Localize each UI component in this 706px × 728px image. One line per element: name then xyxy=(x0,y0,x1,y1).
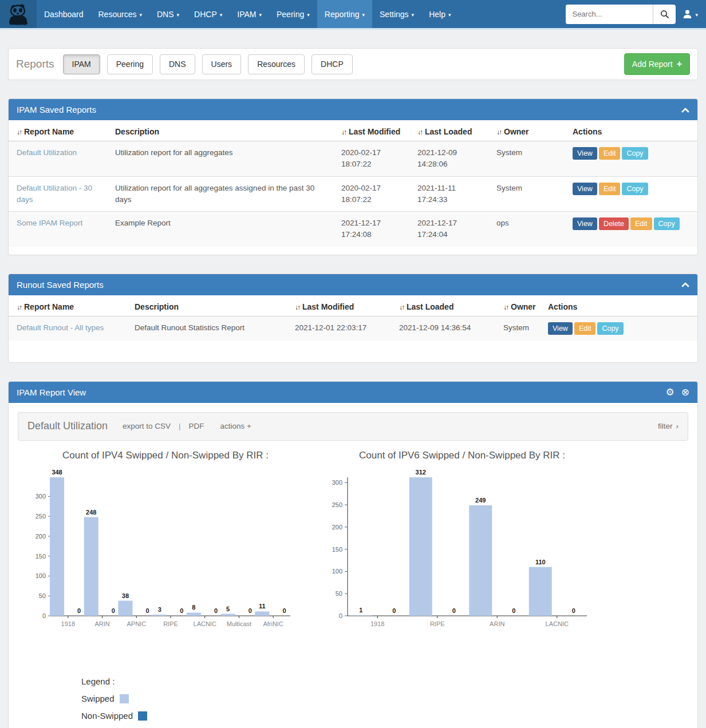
sort-icon: ↓↑ xyxy=(417,128,422,136)
report-name-link[interactable]: Default Runout - All types xyxy=(17,323,104,332)
copy-button[interactable]: Copy xyxy=(622,147,648,160)
actions-menu-link[interactable]: actions + xyxy=(220,422,251,430)
tab-users[interactable]: Users xyxy=(202,54,242,74)
runout-saved-reports-panel: Runout Saved Reports ↓↑Report NameDescri… xyxy=(8,274,698,363)
svg-text:1918: 1918 xyxy=(370,620,384,627)
svg-text:250: 250 xyxy=(332,501,342,508)
collapse-chevron-up-icon[interactable] xyxy=(681,107,689,113)
copy-button[interactable]: Copy xyxy=(622,183,648,195)
column-header-description: Description xyxy=(130,295,290,316)
column-header-owner[interactable]: ↓↑Owner xyxy=(499,295,543,316)
sort-icon: ↓↑ xyxy=(503,303,508,311)
runout-saved-reports-header: Runout Saved Reports xyxy=(9,274,697,295)
svg-text:0: 0 xyxy=(512,607,515,614)
column-header-owner[interactable]: ↓↑Owner xyxy=(492,120,568,141)
svg-text:ARIN: ARIN xyxy=(94,620,109,627)
cell-description: Utilization report for all aggregates xyxy=(111,141,337,177)
close-icon[interactable]: ⊗ xyxy=(681,386,689,398)
svg-text:0: 0 xyxy=(282,607,286,614)
nav-item-dhcp[interactable]: DHCP▾ xyxy=(187,0,230,28)
column-header-actions: Actions xyxy=(568,120,697,141)
ipam-saved-reports-panel: IPAM Saved Reports ↓↑Report NameDescript… xyxy=(8,98,698,255)
edit-button[interactable]: Edit xyxy=(599,147,621,160)
export-pdf-link[interactable]: PDF xyxy=(189,422,204,430)
report-name-link[interactable]: Default Utilization xyxy=(17,148,77,157)
charts-row: Count of IPV4 Swipped / Non-Swipped By R… xyxy=(9,450,697,643)
column-header-last-modified[interactable]: ↓↑Last Modified xyxy=(337,120,413,141)
panda-icon xyxy=(6,3,30,25)
delete-button[interactable]: Delete xyxy=(599,217,629,230)
nav-item-reporting[interactable]: Reporting▾ xyxy=(317,0,372,28)
cell-owner: System xyxy=(499,316,543,341)
chevron-down-icon: ▾ xyxy=(259,12,262,18)
svg-text:1918: 1918 xyxy=(61,620,75,627)
copy-button[interactable]: Copy xyxy=(654,217,680,230)
table-row: Default Runout - All typesDefault Runout… xyxy=(9,316,697,341)
svg-text:8: 8 xyxy=(192,604,195,611)
svg-text:248: 248 xyxy=(86,508,96,515)
nav-item-peering[interactable]: Peering▾ xyxy=(269,0,317,28)
nav-item-help[interactable]: Help▾ xyxy=(421,0,458,28)
cell-description: Default Runout Statistics Report xyxy=(130,316,290,341)
svg-text:0: 0 xyxy=(180,607,183,614)
app-logo[interactable] xyxy=(0,0,37,28)
cell-loaded: 2021-11-11 17:24:33 xyxy=(413,176,492,212)
chevron-down-icon: ▾ xyxy=(220,12,223,18)
report-name-link[interactable]: Some IPAM Report xyxy=(17,219,82,227)
search-input[interactable] xyxy=(566,5,653,24)
tab-ipam[interactable]: IPAM xyxy=(63,54,100,74)
panel-title: IPAM Saved Reports xyxy=(17,105,96,114)
nav-item-ipam[interactable]: IPAM▾ xyxy=(230,0,269,28)
svg-text:ARIN: ARIN xyxy=(490,620,504,627)
nav-item-dashboard[interactable]: Dashboard xyxy=(37,0,91,28)
edit-button[interactable]: Edit xyxy=(574,322,596,335)
filter-toggle[interactable]: filter › xyxy=(658,422,679,430)
copy-button[interactable]: Copy xyxy=(597,322,623,335)
ipv4-bar-chart: 050100150200250300348019182480ARIN380APN… xyxy=(22,464,297,641)
svg-text:AfriNIC: AfriNIC xyxy=(263,620,283,627)
cell-loaded: 2021-12-09 14:36:54 xyxy=(395,316,499,341)
export-csv-link[interactable]: export to CSV xyxy=(123,422,171,430)
report-name-link[interactable]: Default Utilization - 30 days xyxy=(17,184,92,204)
view-button[interactable]: View xyxy=(573,183,597,195)
add-report-button[interactable]: Add Report + xyxy=(624,53,690,75)
tab-peering[interactable]: Peering xyxy=(107,54,153,74)
view-button[interactable]: View xyxy=(548,322,573,335)
nav-item-dns[interactable]: DNS▾ xyxy=(149,0,187,28)
column-header-last-loaded[interactable]: ↓↑Last Loaded xyxy=(395,295,499,316)
user-icon xyxy=(683,9,692,19)
cell-modified: 2021-12-17 17:24:08 xyxy=(337,212,413,247)
ipam-report-view-panel: IPAM Report View ⚙ ⊗ Default Utilization… xyxy=(8,381,698,728)
chevron-down-icon: ▾ xyxy=(412,12,415,18)
gear-icon[interactable]: ⚙ xyxy=(666,386,675,398)
tab-dns[interactable]: DNS xyxy=(160,54,195,74)
user-menu[interactable]: ▾ xyxy=(683,9,698,19)
table-row: Default Utilization - 30 daysUtilization… xyxy=(9,176,697,212)
search-button[interactable] xyxy=(653,5,676,24)
svg-text:348: 348 xyxy=(52,469,62,476)
column-header-report-name[interactable]: ↓↑Report Name xyxy=(9,295,130,316)
ipv6-bar-chart: 0501001502002503001019183120RIPE2490ARIN… xyxy=(319,464,594,641)
svg-text:249: 249 xyxy=(475,496,486,503)
nav-item-label: Dashboard xyxy=(44,10,84,19)
tab-resources[interactable]: Resources xyxy=(248,54,305,74)
nav-item-settings[interactable]: Settings▾ xyxy=(372,0,421,28)
sort-icon: ↓↑ xyxy=(341,128,346,136)
nav-item-label: Resources xyxy=(98,10,137,19)
collapse-chevron-up-icon[interactable] xyxy=(681,282,689,287)
edit-button[interactable]: Edit xyxy=(599,183,621,195)
svg-text:0: 0 xyxy=(249,607,252,614)
legend-item: Non-Swipped xyxy=(81,707,697,725)
cell-description: Utilization report for all aggregates as… xyxy=(111,176,337,212)
svg-text:0: 0 xyxy=(392,607,396,614)
view-button[interactable]: View xyxy=(573,147,597,160)
column-header-last-loaded[interactable]: ↓↑Last Loaded xyxy=(413,120,492,141)
tab-dhcp[interactable]: DHCP xyxy=(311,54,353,74)
nav-item-resources[interactable]: Resources▾ xyxy=(91,0,149,28)
view-button[interactable]: View xyxy=(573,217,597,230)
column-header-last-modified[interactable]: ↓↑Last Modified xyxy=(290,295,395,316)
cell-loaded: 2021-12-17 17:24:04 xyxy=(413,212,492,247)
edit-button[interactable]: Edit xyxy=(630,217,652,230)
column-header-report-name[interactable]: ↓↑Report Name xyxy=(9,120,111,141)
reports-toolbar: Reports IPAMPeeringDNSUsersResourcesDHCP… xyxy=(8,48,698,80)
